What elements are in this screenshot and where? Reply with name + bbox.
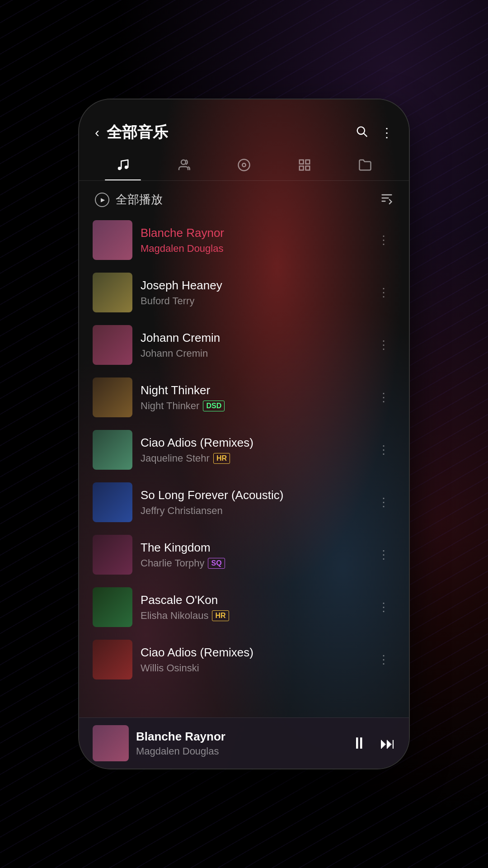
song-info: So Long Forever (Acoustic) Jeffry Christ…: [141, 488, 366, 517]
song-more-button[interactable]: ⋮: [374, 492, 393, 513]
list-item[interactable]: So Long Forever (Acoustic) Jeffry Christ…: [79, 476, 409, 528]
play-all-bar: 全部播放: [79, 185, 409, 214]
song-artist: Magdalen Douglas: [141, 243, 223, 255]
song-more-button[interactable]: ⋮: [374, 597, 393, 618]
song-thumbnail: [93, 587, 132, 627]
tab-songs[interactable]: [93, 152, 153, 180]
song-info: Johann Cremin Johann Cremin: [141, 331, 366, 359]
song-info: The Kingdom Charlie Torphy SQ: [141, 541, 366, 569]
song-artist-row: Elisha Nikolaus HR: [141, 610, 366, 622]
song-more-button[interactable]: ⋮: [374, 439, 393, 461]
svg-point-3: [125, 165, 128, 169]
search-icon[interactable]: [355, 125, 368, 141]
song-artist: Night Thinker: [141, 400, 199, 412]
list-item[interactable]: Night Thinker Night Thinker DSD ⋮: [79, 371, 409, 424]
svg-point-2: [118, 167, 122, 170]
song-more-button[interactable]: ⋮: [374, 387, 393, 408]
back-button[interactable]: ‹: [95, 125, 99, 140]
folders-tab-icon: [358, 158, 372, 175]
now-playing-bar[interactable]: Blanche Raynor Magdalen Douglas ⏸ ⏭: [79, 717, 409, 769]
song-info: Joseph Heaney Buford Terry: [141, 278, 366, 307]
song-title: The Kingdom: [141, 541, 366, 555]
svg-point-5: [239, 160, 250, 171]
song-info: Pascale O'Kon Elisha Nikolaus HR: [141, 593, 366, 622]
song-artist-row: Willis Osinski: [141, 662, 366, 674]
now-playing-info: Blanche Raynor Magdalen Douglas: [136, 730, 344, 757]
song-info: Night Thinker Night Thinker DSD: [141, 383, 366, 412]
svg-rect-8: [306, 160, 310, 164]
song-artist: Jeffry Christiansen: [141, 505, 223, 517]
list-item[interactable]: Ciao Adios (Remixes) Jaqueline Stehr HR …: [79, 424, 409, 476]
playlists-tab-icon: [298, 158, 311, 175]
song-title: Blanche Raynor: [141, 226, 366, 240]
song-more-button[interactable]: ⋮: [374, 282, 393, 303]
list-item[interactable]: Blanche Raynor Magdalen Douglas ⋮: [79, 214, 409, 266]
song-more-button[interactable]: ⋮: [374, 544, 393, 566]
song-artist: Charlie Torphy: [141, 557, 204, 569]
list-item[interactable]: Johann Cremin Johann Cremin ⋮: [79, 319, 409, 371]
tab-artists[interactable]: [153, 152, 214, 180]
song-thumbnail: [93, 482, 132, 522]
list-item[interactable]: Pascale O'Kon Elisha Nikolaus HR ⋮: [79, 581, 409, 633]
quality-badge: DSD: [203, 401, 225, 411]
artists-tab-icon: [177, 158, 190, 175]
song-title: Night Thinker: [141, 383, 366, 397]
next-button[interactable]: ⏭: [380, 735, 395, 752]
song-title: Ciao Adios (Remixes): [141, 436, 366, 450]
list-item[interactable]: The Kingdom Charlie Torphy SQ ⋮: [79, 528, 409, 581]
list-item[interactable]: Ciao Adios (Remixes) Willis Osinski ⋮: [79, 633, 409, 686]
header: ‹ 全部音乐 ⋮: [79, 99, 409, 152]
songs-tab-icon: [116, 158, 130, 175]
song-artist-row: Charlie Torphy SQ: [141, 557, 366, 569]
now-playing-artist: Magdalen Douglas: [136, 745, 344, 757]
song-title: Pascale O'Kon: [141, 593, 366, 607]
albums-tab-icon: [237, 158, 251, 175]
song-artist: Elisha Nikolaus: [141, 610, 208, 622]
phone-shell: ‹ 全部音乐 ⋮: [79, 99, 409, 769]
tab-playlists[interactable]: [274, 152, 335, 180]
svg-rect-9: [300, 166, 304, 170]
song-info: Blanche Raynor Magdalen Douglas: [141, 226, 366, 255]
playback-controls: ⏸ ⏭: [351, 734, 395, 753]
song-artist: Johann Cremin: [141, 348, 208, 359]
song-thumbnail: [93, 273, 132, 312]
song-artist-row: Buford Terry: [141, 295, 366, 307]
song-info: Ciao Adios (Remixes) Willis Osinski: [141, 646, 366, 674]
song-artist-row: Jeffry Christiansen: [141, 505, 366, 517]
song-thumbnail: [93, 430, 132, 470]
song-more-button[interactable]: ⋮: [374, 335, 393, 356]
song-thumbnail: [93, 377, 132, 417]
song-more-button[interactable]: ⋮: [374, 230, 393, 251]
quality-badge: HR: [212, 610, 229, 621]
song-artist: Buford Terry: [141, 295, 194, 307]
song-thumbnail: [93, 220, 132, 260]
page-title: 全部音乐: [107, 122, 348, 143]
more-options-icon[interactable]: ⋮: [380, 125, 393, 140]
sort-icon[interactable]: [380, 192, 393, 208]
tab-folders[interactable]: [335, 152, 395, 180]
play-all-label: 全部播放: [116, 192, 374, 208]
pause-button[interactable]: ⏸: [351, 734, 367, 753]
tab-bar: [79, 152, 409, 181]
song-title: Joseph Heaney: [141, 278, 366, 292]
song-thumbnail: [93, 325, 132, 365]
svg-point-6: [242, 163, 246, 167]
svg-rect-7: [300, 160, 304, 164]
tab-albums[interactable]: [214, 152, 274, 180]
song-artist: Willis Osinski: [141, 662, 199, 674]
quality-badge: HR: [213, 453, 230, 464]
svg-line-1: [364, 133, 366, 136]
header-actions: ⋮: [355, 125, 393, 141]
song-artist-row: Jaqueline Stehr HR: [141, 453, 366, 464]
song-list: Blanche Raynor Magdalen Douglas ⋮ Joseph…: [79, 214, 409, 717]
song-title: Ciao Adios (Remixes): [141, 646, 366, 660]
song-thumbnail: [93, 535, 132, 575]
song-thumbnail: [93, 640, 132, 679]
play-all-button[interactable]: [95, 193, 109, 207]
song-artist-row: Night Thinker DSD: [141, 400, 366, 412]
song-artist-row: Magdalen Douglas: [141, 243, 366, 255]
song-more-button[interactable]: ⋮: [374, 649, 393, 670]
song-info: Ciao Adios (Remixes) Jaqueline Stehr HR: [141, 436, 366, 464]
now-playing-thumbnail: [93, 725, 129, 761]
list-item[interactable]: Joseph Heaney Buford Terry ⋮: [79, 266, 409, 319]
